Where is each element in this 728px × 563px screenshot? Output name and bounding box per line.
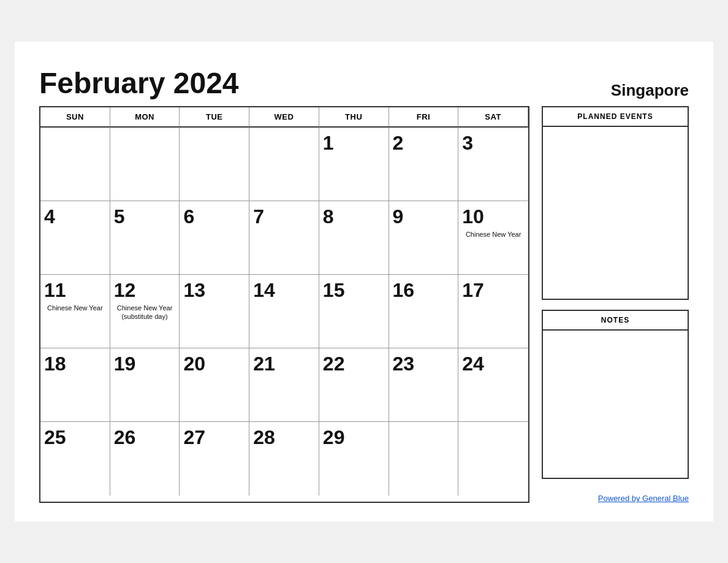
day-cell-empty: [110, 128, 180, 201]
notes-content: [543, 331, 688, 478]
day-cell-9: 9: [389, 201, 459, 275]
day-cell-13: 13: [180, 275, 249, 348]
day-cell-19: 19: [110, 348, 180, 422]
planned-events-box: PLANNED EVENTS: [542, 106, 689, 300]
page: February 2024 Singapore SUN MON TUE WED …: [15, 42, 713, 521]
day-cell-14: 14: [249, 275, 319, 348]
calendar-grid: SUN MON TUE WED THU FRI SAT 1 2: [40, 107, 528, 496]
main-content: SUN MON TUE WED THU FRI SAT 1 2: [39, 106, 689, 503]
day-cell-2: 2: [389, 128, 459, 201]
day-cell-3: 3: [458, 128, 528, 201]
month-title: February 2024: [39, 66, 239, 100]
day-header-mon: MON: [110, 107, 180, 128]
header: February 2024 Singapore: [39, 66, 689, 100]
day-cell-21: 21: [249, 348, 319, 422]
calendar-section: SUN MON TUE WED THU FRI SAT 1 2: [39, 106, 529, 503]
day-cell-empty: [180, 128, 249, 201]
day-event-11: Chinese New Year: [44, 304, 106, 312]
day-cell-6: 6: [180, 201, 249, 275]
powered-by: Powered by General Blue: [542, 494, 689, 503]
day-cell-empty: [40, 128, 110, 201]
day-cell-26: 26: [110, 422, 180, 496]
powered-by-link[interactable]: Powered by General Blue: [598, 494, 689, 503]
day-cell-15: 15: [319, 275, 389, 348]
planned-events-content: [543, 127, 688, 299]
day-cell-4: 4: [40, 201, 110, 275]
day-cell-28: 28: [249, 422, 319, 496]
day-header-sat: SAT: [458, 107, 528, 128]
country-title: Singapore: [611, 81, 689, 100]
day-cell-7: 7: [249, 201, 319, 275]
day-cell-empty: [249, 128, 319, 201]
day-cell-22: 22: [319, 348, 389, 422]
notes-box: NOTES: [542, 310, 689, 479]
sidebar: PLANNED EVENTS NOTES Powered by General …: [542, 106, 689, 503]
day-header-wed: WED: [249, 107, 319, 128]
day-cell-18: 18: [40, 348, 110, 422]
day-cell-8: 8: [319, 201, 389, 275]
day-cell-25: 25: [40, 422, 110, 496]
day-cell-empty: [458, 422, 528, 496]
day-cell-10: 10 Chinese New Year: [458, 201, 528, 275]
day-event-12: Chinese New Year (substitute day): [114, 304, 176, 321]
day-header-tue: TUE: [180, 107, 249, 128]
day-cell-17: 17: [458, 275, 528, 348]
day-cell-16: 16: [389, 275, 459, 348]
day-header-sun: SUN: [40, 107, 110, 128]
notes-title: NOTES: [543, 311, 688, 331]
day-header-fri: FRI: [389, 107, 459, 128]
day-event-10: Chinese New Year: [462, 230, 525, 239]
day-cell-5: 5: [110, 201, 180, 275]
day-cell-24: 24: [458, 348, 528, 422]
day-cell-empty: [389, 422, 459, 496]
planned-events-title: PLANNED EVENTS: [543, 107, 688, 127]
day-cell-23: 23: [389, 348, 459, 422]
day-cell-11: 11 Chinese New Year: [40, 275, 110, 348]
day-cell-29: 29: [319, 422, 389, 496]
day-cell-1: 1: [319, 128, 389, 201]
day-cell-27: 27: [180, 422, 249, 496]
day-cell-20: 20: [180, 348, 249, 422]
day-header-thu: THU: [319, 107, 389, 128]
day-cell-12: 12 Chinese New Year (substitute day): [110, 275, 180, 348]
